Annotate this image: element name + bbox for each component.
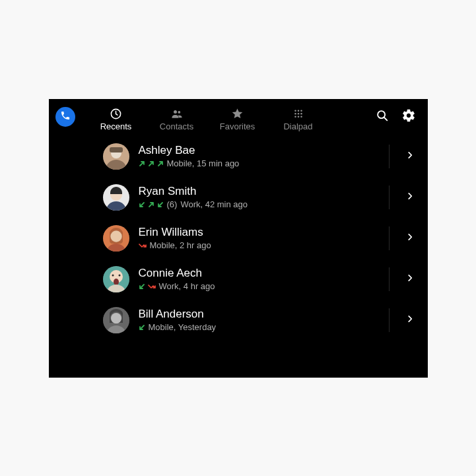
contact-name: Ashley Bae [139, 143, 389, 158]
chevron-right-icon [405, 314, 415, 326]
contact-name: Bill Anderson [139, 307, 389, 322]
tab-dialpad[interactable]: Dialpad [268, 102, 329, 132]
call-subline: Mobile, 2 hr ago [139, 240, 389, 251]
chevron-right-icon [405, 191, 415, 203]
tab-label: Dialpad [283, 121, 312, 132]
tab-label: Recents [100, 121, 132, 132]
chevron-right-icon [405, 273, 415, 285]
tab-label: Contacts [160, 121, 193, 132]
svg-point-8 [300, 112, 302, 114]
topbar: Recents Contacts Favorites Dialpad [49, 99, 428, 135]
recent-calls-list: Ashley Bae Mobile, 15 min ago Ryan Smith [49, 135, 428, 341]
call-detail-button[interactable] [392, 177, 428, 218]
call-text: Ashley Bae Mobile, 15 min ago [139, 143, 389, 169]
svg-point-6 [294, 112, 296, 114]
divider [389, 145, 390, 168]
call-direction-arrows [139, 201, 164, 208]
divider [389, 267, 390, 291]
chevron-right-icon [405, 151, 415, 162]
contact-name: Erin Williams [139, 225, 389, 240]
call-text: Erin Williams Mobile, 2 hr ago [139, 225, 389, 251]
people-icon [170, 107, 184, 120]
tab-contacts[interactable]: Contacts [147, 102, 207, 132]
svg-point-9 [294, 116, 296, 118]
call-detail-button[interactable] [392, 300, 428, 341]
svg-point-5 [300, 110, 302, 112]
chevron-right-icon [405, 232, 415, 244]
call-detail-button[interactable] [392, 136, 428, 177]
call-direction-arrows [139, 160, 164, 167]
call-direction-arrows [139, 242, 147, 249]
svg-point-3 [294, 110, 296, 112]
divider [389, 226, 390, 250]
call-detail: Mobile, 2 hr ago [150, 240, 211, 251]
call-detail: Mobile, Yesterday [149, 322, 217, 333]
tab-label: Favorites [220, 121, 255, 132]
contact-name: Connie Aech [139, 266, 389, 281]
call-item[interactable]: Bill Anderson Mobile, Yesterday [49, 300, 428, 341]
tabs: Recents Contacts Favorites Dialpad [86, 102, 329, 132]
call-item[interactable]: Connie Aech Work, 4 hr ago [49, 259, 428, 300]
divider [389, 186, 390, 209]
tab-recents[interactable]: Recents [86, 102, 147, 132]
settings-button[interactable] [399, 107, 419, 127]
avatar[interactable] [103, 266, 129, 292]
call-detail-button[interactable] [392, 259, 428, 300]
avatar[interactable] [103, 184, 129, 211]
svg-line-13 [384, 117, 387, 120]
svg-point-28 [112, 274, 114, 276]
divider [389, 308, 390, 332]
search-button[interactable] [372, 107, 392, 127]
phone-icon [60, 110, 71, 123]
svg-point-4 [297, 110, 299, 112]
call-item[interactable]: Ryan Smith (6) Work, 42 min ago [49, 177, 428, 218]
tab-favorites[interactable]: Favorites [207, 102, 268, 132]
call-direction-arrows [139, 283, 156, 290]
svg-point-2 [178, 111, 180, 114]
search-icon [375, 108, 390, 125]
svg-point-27 [114, 279, 119, 285]
dial-button[interactable] [55, 107, 75, 127]
call-detail: Mobile, 15 min ago [167, 158, 240, 169]
clock-icon [110, 108, 122, 120]
svg-rect-16 [110, 147, 123, 153]
call-subline: Mobile, Yesterday [139, 322, 389, 333]
contact-name: Ryan Smith [139, 184, 389, 199]
call-text: Ryan Smith (6) Work, 42 min ago [139, 184, 389, 210]
svg-point-23 [110, 230, 121, 242]
svg-point-7 [297, 112, 299, 114]
phone-app: Recents Contacts Favorites Dialpad [49, 99, 428, 378]
call-item[interactable]: Ashley Bae Mobile, 15 min ago [49, 136, 428, 177]
call-subline: Mobile, 15 min ago [139, 158, 389, 169]
avatar[interactable] [103, 307, 129, 333]
call-count: (6) [167, 199, 178, 210]
svg-point-29 [118, 274, 120, 276]
svg-point-10 [297, 116, 299, 118]
star-icon [231, 108, 244, 120]
call-text: Bill Anderson Mobile, Yesterday [139, 307, 389, 333]
call-subline: Work, 4 hr ago [139, 281, 389, 292]
gear-icon [401, 108, 416, 125]
call-direction-arrows [139, 324, 145, 331]
call-text: Connie Aech Work, 4 hr ago [139, 266, 389, 292]
avatar[interactable] [103, 143, 129, 170]
call-detail: Work, 4 hr ago [159, 281, 215, 292]
svg-point-33 [111, 313, 121, 323]
call-subline: (6) Work, 42 min ago [139, 199, 389, 210]
dialpad-icon [292, 108, 304, 120]
avatar[interactable] [103, 225, 129, 252]
svg-point-11 [300, 116, 302, 118]
svg-point-1 [174, 110, 177, 114]
call-item[interactable]: Erin Williams Mobile, 2 hr ago [49, 218, 428, 259]
call-detail-button[interactable] [392, 218, 428, 259]
call-detail: Work, 42 min ago [180, 199, 248, 210]
